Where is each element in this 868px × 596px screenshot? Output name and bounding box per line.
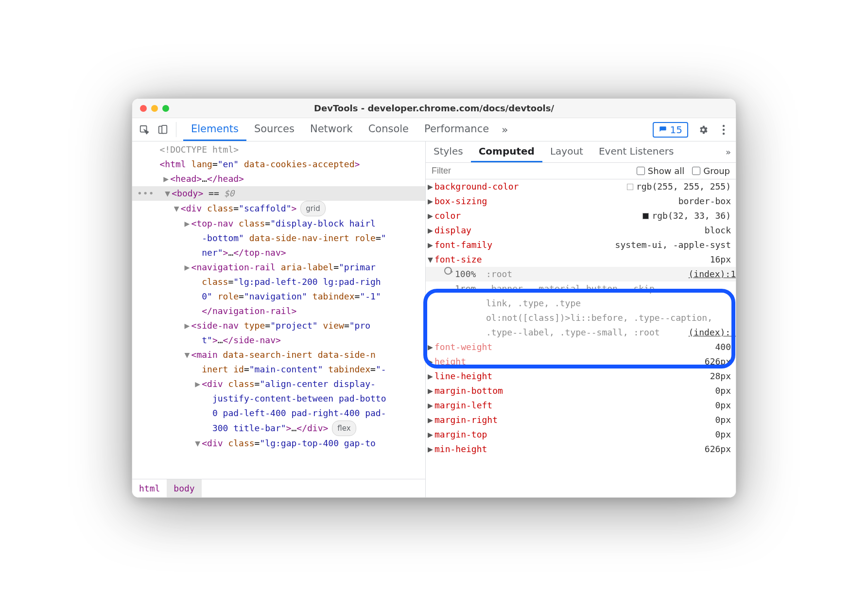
svg-rect-2 bbox=[162, 125, 167, 133]
elements-panel: <!DOCTYPE html> <html lang="en" data-coo… bbox=[132, 141, 426, 497]
main-tabbar: ElementsSourcesNetworkConsolePerformance… bbox=[132, 118, 736, 141]
device-toggle-icon[interactable] bbox=[154, 118, 172, 141]
dom-line[interactable]: ▼<div class="scaffold">grid bbox=[132, 201, 425, 216]
issues-chip[interactable]: 15 bbox=[653, 122, 688, 138]
trace-row[interactable]: .type--label, .type--small, :root(index)… bbox=[426, 325, 736, 340]
computed-row-margin-top[interactable]: ▶ margin-top0px bbox=[426, 427, 736, 442]
tab-network[interactable]: Network bbox=[302, 118, 361, 141]
minimize-window-button[interactable] bbox=[151, 105, 158, 112]
issues-count: 15 bbox=[670, 124, 682, 136]
traffic-lights bbox=[132, 105, 177, 112]
dom-line[interactable]: <html lang="en" data-cookies-accepted> bbox=[132, 157, 425, 172]
computed-row-color[interactable]: ▶ colorrgb(32, 33, 36) bbox=[426, 209, 736, 223]
computed-row-font-size[interactable]: ▼ font-size16px bbox=[426, 252, 736, 267]
dom-line[interactable]: ▶<side-nav type="project" view="pro bbox=[132, 318, 425, 333]
tab-elements[interactable]: Elements bbox=[183, 118, 246, 141]
computed-row-margin-right[interactable]: ▶ margin-right0px bbox=[426, 413, 736, 427]
dom-line[interactable]: inert id="main-content" tabindex="- bbox=[132, 362, 425, 377]
sub-tab-computed[interactable]: Computed bbox=[471, 141, 542, 162]
tab-console[interactable]: Console bbox=[361, 118, 417, 141]
dom-line[interactable]: 0 pad-left-400 pad-right-400 pad- bbox=[132, 406, 425, 421]
window-title: DevTools - developer.chrome.com/docs/dev… bbox=[132, 103, 736, 113]
trace-row[interactable]: link, .type, .type bbox=[426, 296, 736, 311]
computed-filterbar: Show all Group bbox=[426, 163, 736, 179]
computed-row-font-family[interactable]: ▶ font-familysystem-ui, -apple-syst bbox=[426, 238, 736, 252]
styles-pane: StylesComputedLayoutEvent Listeners» Sho… bbox=[426, 141, 736, 497]
dom-line[interactable]: justify-content-between pad-botto bbox=[132, 391, 425, 406]
sub-tab-layout[interactable]: Layout bbox=[542, 141, 591, 162]
dom-line[interactable]: 300 title-bar">…</div>flex bbox=[132, 421, 425, 436]
tab-sources[interactable]: Sources bbox=[246, 118, 302, 141]
dom-line[interactable]: class="lg:pad-left-200 lg:pad-righ bbox=[132, 275, 425, 289]
computed-row-font-weight[interactable]: ▶ font-weight400 bbox=[426, 340, 736, 354]
computed-row-box-sizing[interactable]: ▶ box-sizingborder-box bbox=[426, 194, 736, 209]
trace-row[interactable]: 1rem.banner, .material-button, .skip- bbox=[426, 281, 736, 296]
sub-tabs: StylesComputedLayoutEvent Listeners» bbox=[426, 141, 736, 163]
kebab-menu-icon[interactable] bbox=[718, 124, 729, 135]
dom-line[interactable]: ner">…</top-nav> bbox=[132, 245, 425, 260]
navigate-icon[interactable] bbox=[444, 267, 452, 275]
dom-line[interactable]: <!DOCTYPE html> bbox=[132, 142, 425, 157]
main-tabs-overflow-icon[interactable]: » bbox=[497, 118, 513, 141]
dom-line[interactable]: </navigation-rail> bbox=[132, 304, 425, 318]
group-checkbox[interactable]: Group bbox=[692, 166, 730, 176]
dom-line[interactable]: ▼<div class="lg:gap-top-400 gap-to bbox=[132, 436, 425, 451]
dom-line[interactable]: ▶<div class="align-center display- bbox=[132, 377, 425, 391]
crumb-html[interactable]: html bbox=[132, 479, 167, 497]
dom-line[interactable]: ▼<main data-search-inert data-side-n bbox=[132, 348, 425, 362]
show-all-checkbox[interactable]: Show all bbox=[637, 166, 684, 176]
svg-point-4 bbox=[723, 128, 725, 130]
sub-tabs-overflow-icon[interactable]: » bbox=[721, 141, 736, 162]
computed-row-background-color[interactable]: ▶ background-colorrgb(255, 255, 255) bbox=[426, 179, 736, 194]
crumb-body[interactable]: body bbox=[167, 479, 201, 497]
dom-tree[interactable]: <!DOCTYPE html> <html lang="en" data-coo… bbox=[132, 141, 425, 479]
computed-row-margin-left[interactable]: ▶ margin-left0px bbox=[426, 398, 736, 413]
dom-line[interactable]: ▶<head>…</head> bbox=[132, 172, 425, 186]
svg-point-5 bbox=[723, 132, 725, 134]
sub-tab-event-listeners[interactable]: Event Listeners bbox=[591, 141, 682, 162]
computed-row-min-height[interactable]: ▶ min-height626px bbox=[426, 442, 736, 456]
dom-line[interactable]: ▶<navigation-rail aria-label="primar bbox=[132, 260, 425, 275]
filter-input[interactable] bbox=[432, 166, 629, 176]
computed-properties[interactable]: ▶ background-colorrgb(255, 255, 255)▶ bo… bbox=[426, 179, 736, 497]
dom-line[interactable]: t">…</side-nav> bbox=[132, 333, 425, 348]
title-bar: DevTools - developer.chrome.com/docs/dev… bbox=[132, 99, 736, 118]
trace-row[interactable]: 100%:root(index):1 bbox=[426, 267, 736, 281]
trace-row[interactable]: ol:not([class])>li::before, .type--capti… bbox=[426, 311, 736, 325]
dom-line[interactable]: 0" role="navigation" tabindex="-1" bbox=[132, 289, 425, 304]
dom-line[interactable]: -bottom" data-side-nav-inert role=" bbox=[132, 231, 425, 245]
computed-row-line-height[interactable]: ▶ line-height28px bbox=[426, 369, 736, 384]
computed-row-display[interactable]: ▶ displayblock bbox=[426, 223, 736, 238]
dom-line[interactable]: ••• ▼<body> ==$0 bbox=[132, 186, 425, 201]
tab-performance[interactable]: Performance bbox=[417, 118, 497, 141]
divider bbox=[176, 122, 176, 137]
computed-row-margin-bottom[interactable]: ▶ margin-bottom0px bbox=[426, 384, 736, 398]
main-tabs: ElementsSourcesNetworkConsolePerformance bbox=[183, 118, 497, 141]
breadcrumbs: htmlbody bbox=[132, 479, 425, 497]
svg-point-3 bbox=[723, 124, 725, 126]
devtools-window: DevTools - developer.chrome.com/docs/dev… bbox=[132, 98, 736, 498]
maximize-window-button[interactable] bbox=[162, 105, 169, 112]
dom-line[interactable]: ▶<top-nav class="display-block hairl bbox=[132, 216, 425, 231]
sub-tab-styles[interactable]: Styles bbox=[426, 141, 471, 162]
settings-icon[interactable] bbox=[694, 124, 712, 135]
inspect-element-icon[interactable] bbox=[135, 118, 154, 141]
close-window-button[interactable] bbox=[140, 105, 147, 112]
computed-row-height[interactable]: ▶ height626px bbox=[426, 354, 736, 369]
